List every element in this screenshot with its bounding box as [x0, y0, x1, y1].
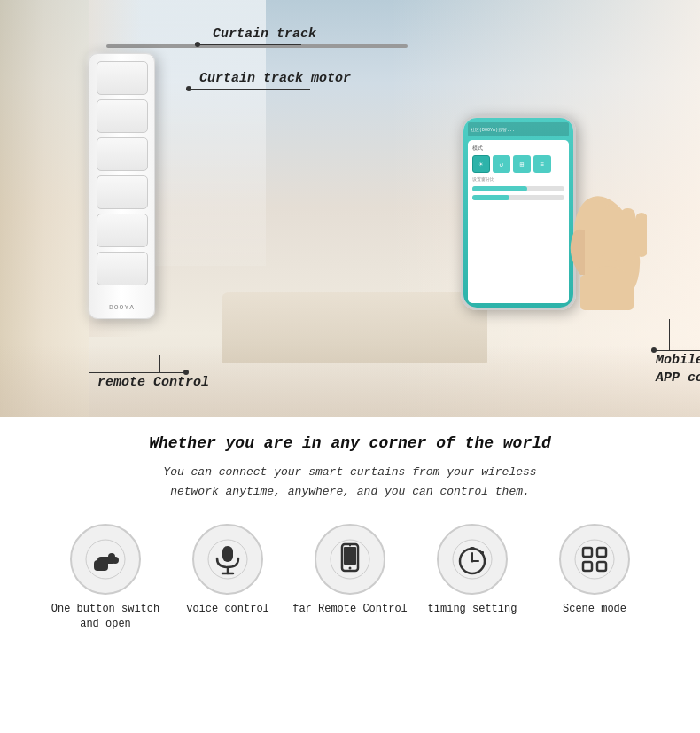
remote-btn-5	[97, 214, 148, 247]
feature-scene-mode: Scene mode	[537, 524, 652, 617]
mobile-label: Mobile phone	[656, 353, 700, 368]
remote-btn-1	[97, 61, 148, 95]
svg-rect-4	[635, 213, 647, 257]
far-remote-label: far Remote Control	[292, 602, 408, 617]
remote-icon-circle	[315, 524, 385, 595]
remote-label: remote Control	[97, 375, 209, 390]
app-control-label: APP control	[656, 370, 700, 386]
grid-icon	[572, 537, 617, 581]
tagline: Whether you are in any corner of the wor…	[35, 434, 665, 452]
feature-voice-control: voice control	[170, 524, 285, 617]
timing-label: timing setting	[428, 602, 517, 617]
svg-rect-6	[580, 275, 634, 310]
phone-icon	[328, 537, 372, 581]
mode-icon-1: ☀	[472, 155, 490, 173]
svg-rect-3	[620, 208, 635, 261]
remote-btn-3	[97, 137, 148, 171]
features-row: One button switchand open voice control	[35, 524, 665, 632]
svg-rect-13	[222, 546, 233, 562]
bottom-section: Whether you are in any corner of the wor…	[0, 417, 700, 650]
one-button-icon-circle	[70, 524, 141, 595]
remote-brand: DOOYA	[109, 303, 135, 311]
remote-btn-2	[97, 99, 148, 133]
mic-icon	[206, 537, 250, 581]
feature-far-remote: far Remote Control	[292, 524, 408, 617]
svg-rect-23	[470, 547, 475, 550]
finger-icon	[83, 537, 128, 581]
app-slider-fill	[472, 186, 527, 191]
feature-one-button: One button switchand open	[48, 524, 163, 632]
voice-label: voice control	[186, 602, 269, 617]
svg-point-11	[112, 557, 119, 564]
svg-point-28	[575, 540, 614, 579]
scene-mode-label: Scene mode	[563, 602, 626, 617]
app-title: 社区(DOOYA)云智...	[471, 127, 515, 133]
hero-section: DOOYA 社区(DOOYA)云智... 模式 ☀ ↺ ⊞ ≡ 设置窗分比	[0, 0, 700, 417]
svg-rect-24	[480, 551, 484, 554]
phone-device: 社区(DOOYA)云智... 模式 ☀ ↺ ⊞ ≡ 设置窗分比	[452, 115, 611, 363]
hand-icon	[541, 151, 647, 328]
svg-rect-2	[604, 204, 620, 261]
description: You can connect your smart curtains from…	[35, 463, 665, 502]
feature-timing: timing setting	[415, 524, 530, 617]
svg-rect-18	[344, 547, 356, 565]
description-line1: You can connect your smart curtains from…	[163, 465, 536, 479]
svg-rect-10	[94, 560, 108, 571]
voice-icon-circle	[192, 524, 263, 595]
svg-point-27	[471, 560, 474, 563]
remote-btn-4	[97, 175, 148, 209]
clock-icon	[450, 537, 494, 581]
mode-icon-2: ↺	[493, 155, 510, 173]
remote-btn-6	[97, 252, 148, 285]
mode-icon-3: ⊞	[513, 155, 531, 173]
app-slider-fill-2	[472, 195, 509, 200]
curtain-motor-label: Curtain track motor	[199, 71, 351, 86]
sofa	[222, 292, 487, 363]
curtain-track-label: Curtain track	[213, 27, 316, 42]
app-header: 社区(DOOYA)云智...	[468, 122, 569, 136]
svg-point-20	[349, 545, 351, 547]
remote-control-device: DOOYA	[89, 53, 155, 319]
grid-icon-circle	[559, 524, 630, 595]
svg-point-19	[349, 567, 352, 570]
svg-rect-1	[585, 199, 603, 261]
one-button-label: One button switchand open	[51, 602, 159, 632]
description-line2: network anytime, anywhere, and you can c…	[170, 485, 530, 498]
clock-icon-circle	[437, 524, 508, 595]
